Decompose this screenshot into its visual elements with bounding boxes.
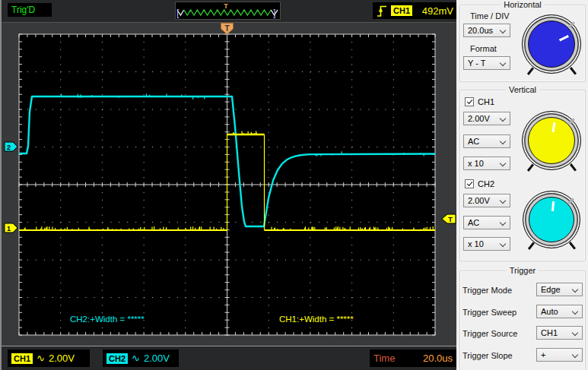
chevron-down-icon bbox=[500, 27, 506, 33]
trigger-level-marker-label: T bbox=[448, 216, 453, 223]
ch2-probe: x 10 bbox=[468, 239, 484, 248]
trigger-mode-value: Edge bbox=[541, 285, 561, 294]
chevron-down-icon bbox=[572, 286, 578, 293]
ch1-badge: CH1 bbox=[11, 353, 33, 364]
ch1-coupling-icon: ∿ bbox=[37, 353, 45, 364]
time-label: Time bbox=[373, 353, 395, 364]
ch2-readout: CH2 ∿ 2.00V bbox=[103, 349, 179, 367]
oscilloscope-app: Trig'D []T CH1 492mV CH2:+Width = *****C… bbox=[0, 0, 588, 370]
trigger-level-value: 492mV bbox=[422, 5, 453, 17]
chevron-down-icon bbox=[500, 220, 506, 226]
checkbox-box bbox=[465, 179, 474, 188]
vertical-group-title: Vertical bbox=[506, 85, 539, 94]
trigger-mode-select[interactable]: Edge bbox=[536, 283, 583, 296]
format-value: Y - T bbox=[468, 59, 485, 68]
ch1-position-knob[interactable] bbox=[522, 111, 581, 170]
preview-wave bbox=[184, 10, 271, 15]
ch2-scale-value: 2.00V bbox=[144, 353, 170, 364]
trigger-position-marker[interactable]: T bbox=[221, 24, 234, 35]
trigger-status: Trig'D bbox=[8, 3, 52, 17]
ch1-checkbox-label: CH1 bbox=[478, 97, 494, 106]
ch2-width-readout: CH2:+Width = ***** bbox=[70, 315, 145, 324]
ch2-checkbox-label: CH2 bbox=[478, 179, 494, 188]
ch1-position-marker[interactable]: 1 bbox=[5, 223, 17, 232]
horizontal-group-title: Horizontal bbox=[501, 0, 545, 9]
scope-area: Trig'D []T CH1 492mV CH2:+Width = *****C… bbox=[0, 0, 456, 370]
ch1-coupling: AC bbox=[468, 137, 479, 146]
chevron-down-icon bbox=[572, 308, 578, 315]
time-readout: Time 20.0us bbox=[370, 349, 456, 367]
trigger-slope-value: + bbox=[541, 350, 545, 359]
ch1-scale-select[interactable]: 2.00V bbox=[463, 112, 510, 125]
checkbox-box bbox=[465, 97, 474, 106]
preview-right-bracket: ] bbox=[273, 7, 276, 18]
chevron-down-icon bbox=[500, 160, 506, 166]
format-label: Format bbox=[470, 44, 497, 53]
ch2-coupling: AC bbox=[468, 218, 479, 227]
trigger-source-badge: CH1 bbox=[391, 5, 412, 16]
ch2-badge: CH2 bbox=[106, 353, 128, 364]
chevron-down-icon bbox=[500, 138, 506, 144]
rising-edge-icon bbox=[377, 5, 387, 17]
waveform-preview-svg: []T bbox=[176, 2, 280, 19]
ch1-enable-checkbox[interactable]: CH1 bbox=[465, 97, 494, 106]
ch2-position-marker-label: 2 bbox=[7, 144, 11, 151]
ch2-probe-select[interactable]: x 10 bbox=[463, 237, 510, 251]
scope-bottom-bar: CH1 ∿ 2.00V CH2 ∿ 2.00V Time 20.0us bbox=[2, 346, 458, 370]
time-div-value: 20.0us bbox=[468, 26, 493, 35]
trigger-source-value: CH1 bbox=[541, 328, 558, 337]
knob-notch bbox=[568, 118, 574, 124]
ch2-scale-select[interactable]: 2.00V bbox=[463, 194, 510, 207]
ch1-width-readout: CH1:+Width = ***** bbox=[279, 315, 354, 324]
trigger-position-marker-label: T bbox=[224, 24, 229, 33]
scope-top-strip: Trig'D []T CH1 492mV bbox=[2, 0, 458, 23]
time-div-label: Time / DIV bbox=[470, 11, 510, 21]
trigger-sweep-select[interactable]: Auto bbox=[536, 305, 583, 318]
preview-trigger-pos-label: T bbox=[224, 2, 228, 10]
trigger-slope-select[interactable]: + bbox=[536, 348, 583, 362]
time-value: 20.0us bbox=[423, 353, 453, 364]
ch2-scale: 2.00V bbox=[468, 196, 490, 205]
waveform-preview: []T bbox=[175, 2, 281, 20]
chevron-down-icon bbox=[572, 352, 578, 358]
ch1-scale: 2.00V bbox=[468, 114, 490, 123]
ch2-enable-checkbox[interactable]: CH2 bbox=[465, 179, 494, 188]
trigger-slope-label: Trigger Slope bbox=[462, 351, 513, 360]
chevron-down-icon bbox=[500, 115, 506, 122]
ch1-probe: x 10 bbox=[468, 159, 484, 168]
scope-display: CH2:+Width = *****CH1:+Width = *****21TT bbox=[2, 23, 458, 346]
time-div-select[interactable]: 20.0us bbox=[463, 24, 510, 37]
trigger-source-label: Trigger Source bbox=[462, 329, 517, 338]
ch1-readout: CH1 ∿ 2.00V bbox=[8, 349, 90, 367]
trigger-sweep-value: Auto bbox=[541, 307, 558, 316]
trigger-group-title: Trigger bbox=[507, 266, 539, 275]
chevron-down-icon bbox=[500, 198, 506, 204]
horizontal-knob[interactable] bbox=[522, 14, 581, 74]
ch2-position-marker[interactable]: 2 bbox=[5, 142, 17, 151]
chevron-down-icon bbox=[500, 241, 506, 247]
format-select[interactable]: Y - T bbox=[463, 56, 510, 70]
ch2-coupling-select[interactable]: AC bbox=[463, 216, 510, 229]
ch2-position-knob[interactable] bbox=[523, 191, 580, 248]
trigger-source-select[interactable]: CH1 bbox=[536, 326, 583, 340]
knob-notch bbox=[568, 21, 574, 27]
ch1-scale-value: 2.00V bbox=[49, 353, 75, 364]
chevron-down-icon bbox=[572, 330, 578, 336]
control-panel: Horizontal Time / DIV 20.0us Format Y - … bbox=[456, 0, 588, 370]
trigger-level-marker[interactable]: T bbox=[442, 214, 456, 223]
ch1-probe-select[interactable]: x 10 bbox=[463, 157, 510, 170]
ch1-coupling-select[interactable]: AC bbox=[463, 134, 510, 148]
ch1-position-marker-label: 1 bbox=[7, 225, 11, 232]
trigger-mode-label: Trigger Mode bbox=[462, 286, 512, 295]
preview-left-bracket: [ bbox=[176, 7, 180, 18]
trigger-sweep-label: Trigger Sweep bbox=[462, 308, 516, 317]
trigger-readout: CH1 492mV bbox=[373, 2, 457, 19]
chevron-down-icon bbox=[500, 60, 506, 66]
ch2-coupling-icon: ∿ bbox=[132, 353, 140, 364]
knob-notch bbox=[567, 198, 574, 204]
